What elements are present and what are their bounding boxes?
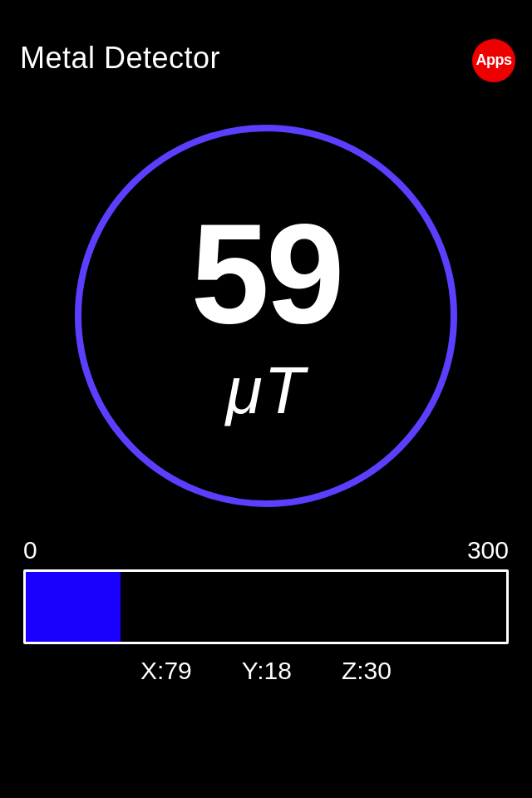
header: Metal Detector Apps bbox=[0, 0, 532, 116]
scale-max: 300 bbox=[467, 536, 509, 564]
xyz-readings: X:79 Y:18 Z:30 bbox=[0, 657, 532, 685]
apps-menu-button[interactable]: Apps bbox=[480, 50, 512, 67]
progress-bar-container bbox=[23, 569, 509, 644]
gauge-container: 59 μT bbox=[66, 116, 466, 515]
gauge-circle: 59 μT bbox=[75, 125, 457, 507]
app-title: Metal Detector bbox=[20, 41, 220, 76]
gauge-unit: μT bbox=[226, 352, 307, 429]
apps-badge[interactable]: Apps bbox=[472, 39, 515, 82]
scale-min: 0 bbox=[23, 536, 37, 564]
y-value: Y:18 bbox=[242, 657, 292, 685]
gauge-value: 59 bbox=[190, 203, 341, 344]
z-value: Z:30 bbox=[342, 657, 392, 685]
scale-labels: 0 300 bbox=[0, 536, 532, 564]
x-value: X:79 bbox=[140, 657, 192, 685]
progress-bar-fill bbox=[26, 572, 121, 642]
